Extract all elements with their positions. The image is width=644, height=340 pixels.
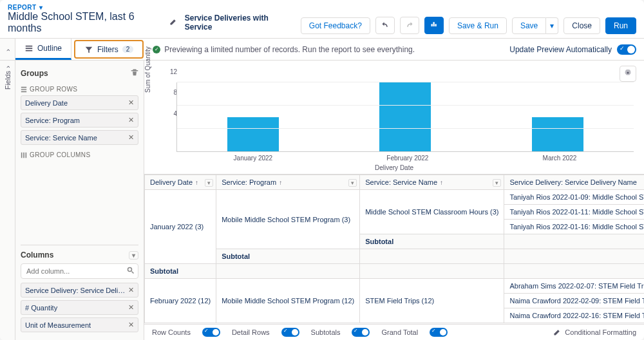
report-subtitle: Service Deliveries with Service [185, 14, 294, 32]
preview-message: Previewing a limited number of records. … [164, 45, 415, 54]
chart-bar[interactable] [227, 117, 279, 152]
filters-count-badge: 2 [122, 46, 134, 53]
pencil-icon [553, 328, 561, 336]
group-row-pill[interactable]: Service: Program✕ [21, 113, 138, 128]
column-pill[interactable]: # Quantity✕ [21, 300, 138, 315]
save-dropdown-button[interactable]: ▾ [546, 17, 558, 34]
rows-icon [21, 86, 27, 93]
sort-asc-icon: ↑ [195, 179, 198, 186]
col-service-name[interactable]: Service: Service Name↑▾ [360, 175, 504, 190]
report-title: Middle School STEM, last 6 months [8, 11, 166, 34]
undo-button[interactable] [375, 17, 395, 34]
fields-gutter-label: Fields [4, 71, 12, 90]
column-menu-icon[interactable]: ▾ [348, 179, 357, 187]
auto-update-label: Update Preview Automatically [509, 45, 612, 54]
feedback-button[interactable]: Got Feedback? [301, 17, 370, 34]
grand-total-label: Grand Total [381, 328, 418, 336]
remove-icon[interactable]: ✕ [128, 321, 134, 329]
conditional-formatting-link[interactable]: Conditional Formatting [565, 328, 636, 336]
redo-button[interactable] [400, 17, 419, 34]
group-columns-label: GROUP COLUMNS [30, 151, 90, 158]
auto-update-toggle[interactable] [617, 44, 636, 55]
column-menu-icon[interactable]: ▾ [205, 179, 213, 187]
chevron-right-icon: › [4, 66, 12, 68]
chart-y-label: Sum of Quantity [144, 46, 151, 93]
remove-icon[interactable]: ✕ [128, 133, 134, 142]
columns-icon [21, 152, 27, 158]
chart-area: Sum of Quantity 12 8 4 [144, 61, 644, 174]
row-counts-toggle[interactable] [202, 328, 220, 337]
svg-point-0 [128, 268, 132, 272]
remove-icon[interactable]: ✕ [128, 286, 134, 294]
close-button[interactable]: Close [564, 17, 600, 34]
detail-rows-label: Detail Rows [232, 328, 270, 336]
sort-asc-icon: ↑ [279, 179, 282, 186]
col-delivery-name[interactable]: Service Delivery: Service Delivery Name▾ [504, 175, 644, 190]
group-row-pill[interactable]: Delivery Date✕ [21, 95, 138, 110]
outline-icon [24, 44, 33, 53]
chart-plot [176, 82, 634, 152]
pencil-icon[interactable] [169, 17, 177, 28]
tab-outline[interactable]: Outline [15, 39, 71, 60]
tab-filters-label: Filters [97, 45, 118, 54]
group-row-pill[interactable]: Service: Service Name✕ [21, 130, 138, 145]
trash-icon[interactable] [131, 68, 138, 78]
chart-bar[interactable] [379, 82, 431, 151]
caret-down-icon: ▾ [39, 4, 43, 11]
column-pill[interactable]: Unit of Measurement✕ [21, 317, 138, 332]
table-row[interactable]: February 2022 (12) Mobile Middle School … [145, 279, 645, 294]
detail-rows-toggle[interactable] [281, 328, 299, 337]
run-button[interactable]: Run [605, 17, 636, 34]
subtotals-toggle[interactable] [352, 328, 370, 337]
outline-sidebar: Groups GROUP ROWS Delivery Date✕ Service… [15, 61, 144, 340]
check-icon: ✓ [153, 46, 160, 53]
report-table[interactable]: Delivery Date↑▾ Service: Program↑▾ Servi… [144, 174, 644, 324]
add-chart-button[interactable] [424, 17, 444, 34]
table-row[interactable]: January 2022 (3) Mobile Middle School ST… [145, 190, 645, 205]
chart-x-title: Delivery Date [155, 164, 634, 171]
groups-heading: Groups [21, 69, 48, 78]
fields-panel-toggle[interactable]: › [0, 39, 15, 60]
col-program[interactable]: Service: Program↑▾ [216, 175, 360, 190]
chart-x-labels: January 2022 February 2022 March 2022 [155, 155, 634, 162]
chart-bar[interactable] [532, 117, 583, 152]
row-counts-label: Row Counts [152, 328, 191, 336]
chevron-right-icon: › [4, 49, 12, 52]
report-type-label[interactable]: REPORT▾ [8, 4, 294, 11]
col-delivery-date[interactable]: Delivery Date↑▾ [145, 175, 216, 190]
add-column-input[interactable] [21, 263, 138, 279]
grand-total-toggle[interactable] [430, 328, 448, 337]
column-pill[interactable]: Service Delivery: Service Delivery✕ [21, 283, 138, 298]
group-rows-label: GROUP ROWS [30, 86, 77, 93]
report-header: REPORT▾ Middle School STEM, last 6 month… [0, 0, 644, 39]
filter-icon [84, 45, 93, 54]
subtotal-row: Subtotal6 [145, 249, 645, 264]
fields-gutter[interactable]: › Fields [0, 61, 15, 340]
column-menu-icon[interactable]: ▾ [493, 179, 501, 187]
remove-icon[interactable]: ✕ [128, 99, 134, 107]
save-run-button[interactable]: Save & Run [449, 17, 507, 34]
sort-asc-icon: ↑ [440, 179, 443, 186]
remove-icon[interactable]: ✕ [128, 303, 134, 312]
subtotal-row: Subtotal6 [145, 264, 645, 279]
table-footer: Row Counts Detail Rows Subtotals Grand T… [144, 324, 644, 340]
search-icon [127, 267, 135, 276]
save-button[interactable]: Save [512, 17, 546, 34]
remove-icon[interactable]: ✕ [128, 116, 134, 124]
columns-dropdown[interactable]: ▾ [129, 251, 138, 260]
tab-filters[interactable]: Filters 2 [74, 40, 144, 59]
tab-outline-label: Outline [37, 44, 62, 53]
subtotals-label: Subtotals [311, 328, 341, 336]
columns-heading: Columns [21, 250, 53, 260]
